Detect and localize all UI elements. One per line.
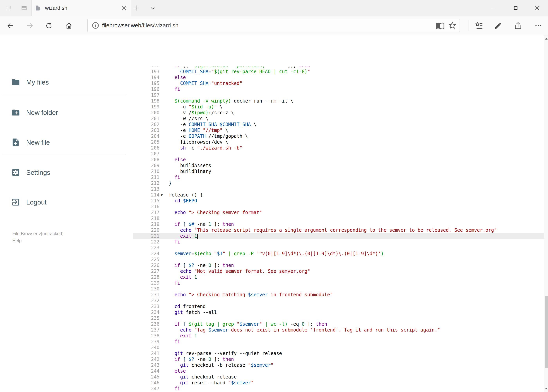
code-line-247[interactable]: 247 fi: [133, 386, 544, 392]
back-button[interactable]: [4, 19, 17, 33]
code-line-217[interactable]: 217 echo "> Checking semver format": [133, 210, 544, 216]
page-scrollbar[interactable]: [544, 35, 548, 392]
tab-list-chevron-button[interactable]: [149, 5, 156, 12]
code-line-209[interactable]: 209 buildAssets: [133, 163, 544, 168]
fold-gutter: [160, 216, 169, 221]
code-line-228[interactable]: 228 exit 1: [133, 274, 544, 280]
code-line-195[interactable]: 195 COMMIT_SHA="untracked": [133, 80, 544, 86]
home-button[interactable]: [62, 19, 76, 33]
sidebar-item-logout[interactable]: Logout: [0, 193, 133, 211]
share-page-button[interactable]: [513, 21, 523, 30]
code-line-220[interactable]: 220 echo "This release script requires a…: [133, 227, 544, 233]
site-info-icon[interactable]: [91, 21, 99, 29]
web-note-pen-button[interactable]: [493, 21, 503, 30]
code-line-197[interactable]: 197: [133, 92, 544, 98]
code-line-236[interactable]: 236 if [ $(git tag | grep "$semver" | wc…: [133, 321, 544, 327]
line-number: 197: [133, 92, 160, 98]
code-line-198[interactable]: 198 $(command -v winpty) docker run --rm…: [133, 98, 544, 104]
scroll-down-arrow[interactable]: [544, 385, 548, 392]
code-line-205[interactable]: 205 filebrowser/dev \: [133, 139, 544, 145]
code-line-229[interactable]: 229 fi: [133, 280, 544, 286]
code-line-196[interactable]: 196 fi: [133, 86, 544, 92]
code-line-216[interactable]: 216: [133, 204, 544, 210]
code-line-202[interactable]: 202 -e COMMIT_SHA=$COMMIT_SHA \: [133, 121, 544, 127]
more-menu-button[interactable]: [534, 21, 543, 30]
line-number: 247: [133, 386, 160, 392]
code-line-234[interactable]: 234 git fetch --all: [133, 309, 544, 315]
code-line-224[interactable]: 224 semver=$(echo "$1" | grep -P '^v(0|[…: [133, 251, 544, 257]
code-line-238[interactable]: 238 exit 1: [133, 333, 544, 339]
code-line-208[interactable]: 208 else: [133, 157, 544, 163]
code-line-241[interactable]: 241 git rev-parse --verify --quiet relea…: [133, 350, 544, 356]
code-line-204[interactable]: 204 -e GOPATH=//tmp/gopath \: [133, 133, 544, 139]
code-text: $(command -v winpty) docker run --rm -it…: [169, 98, 293, 104]
reading-view-button[interactable]: [436, 21, 445, 30]
fold-gutter: [160, 292, 169, 298]
code-line-192[interactable]: 192 if [[ "$(git status --porcelain)" ==…: [133, 67, 544, 69]
code-line-244[interactable]: 244 else: [133, 368, 544, 374]
sidebar-item-my-files[interactable]: My files: [0, 73, 133, 91]
code-line-200[interactable]: 200 -v /$(pwd):/src:z \: [133, 110, 544, 116]
fold-gutter: [160, 327, 169, 333]
code-line-223[interactable]: 223: [133, 245, 544, 251]
address-bar[interactable]: filebrowser.web/files/wizard.sh: [87, 19, 460, 32]
close-window-button[interactable]: [527, 0, 548, 16]
help-link[interactable]: Help: [12, 237, 64, 244]
set-tabs-aside-button[interactable]: [3, 2, 15, 14]
code-line-194[interactable]: 194 else: [133, 75, 544, 80]
minimize-button[interactable]: [483, 0, 505, 16]
code-line-201[interactable]: 201 -w //src \: [133, 116, 544, 121]
favorites-hub-button[interactable]: [474, 21, 484, 30]
code-line-222[interactable]: 222 fi: [133, 239, 544, 245]
code-line-214[interactable]: 214▾release () {: [133, 192, 544, 198]
code-line-243[interactable]: 243 git checkout -b release "$semver": [133, 362, 544, 368]
line-number: 232: [133, 298, 160, 304]
code-line-207[interactable]: 207: [133, 151, 544, 157]
code-line-199[interactable]: 199 -u "$(id -u)" \: [133, 104, 544, 110]
code-line-226[interactable]: 226 if [ $? -ne 0 ]; then: [133, 262, 544, 268]
code-line-211[interactable]: 211 fi: [133, 174, 544, 180]
code-line-232[interactable]: 232: [133, 298, 544, 304]
code-line-193[interactable]: 193 COMMIT_SHA="$(git rev-parse HEAD | c…: [133, 69, 544, 75]
code-line-203[interactable]: 203 -e HOME="//tmp" \: [133, 127, 544, 133]
maximize-button[interactable]: [505, 0, 527, 16]
sidebar-item-settings[interactable]: Settings: [0, 164, 133, 181]
line-number: 220: [133, 227, 160, 233]
line-number: 196: [133, 86, 160, 92]
url-text[interactable]: filebrowser.web/files/wizard.sh: [102, 22, 433, 29]
code-line-235[interactable]: 235: [133, 315, 544, 321]
code-line-242[interactable]: 242 if [ $? -ne 0 ]; then: [133, 356, 544, 362]
code-line-206[interactable]: 206 sh -c "./wizard.sh -b": [133, 145, 544, 151]
tab-preview-button[interactable]: [18, 2, 30, 14]
code-line-225[interactable]: 225: [133, 257, 544, 262]
code-line-213[interactable]: 213: [133, 186, 544, 192]
favorite-star-button[interactable]: [448, 21, 457, 30]
tab-wizard-sh[interactable]: wizard.sh: [32, 0, 131, 16]
line-number: 244: [133, 368, 160, 374]
code-line-227[interactable]: 227 echo "Not valid semver format. See s…: [133, 268, 544, 274]
refresh-button[interactable]: [42, 19, 56, 33]
code-line-246[interactable]: 246 git reset --hard "$semver": [133, 380, 544, 386]
code-editor[interactable]: 192 if [[ "$(git status --porcelain)" ==…: [133, 67, 544, 392]
code-line-231[interactable]: 231 echo "> Checking matching $semver in…: [133, 292, 544, 298]
code-line-219[interactable]: 219 if [ $# -ne 1 ]; then: [133, 221, 544, 227]
scrollbar-thumb[interactable]: [545, 296, 548, 368]
code-line-210[interactable]: 210 buildBinary: [133, 168, 544, 174]
code-line-230[interactable]: 230: [133, 286, 544, 292]
tab-close-button[interactable]: [121, 5, 128, 12]
code-line-239[interactable]: 239 fi: [133, 339, 544, 345]
code-line-240[interactable]: 240: [133, 345, 544, 350]
sidebar-item-new-folder[interactable]: New folder: [0, 104, 133, 121]
fold-arrow-icon[interactable]: ▾: [160, 192, 169, 198]
forward-button[interactable]: [23, 19, 37, 33]
code-line-218[interactable]: 218: [133, 216, 544, 221]
code-line-215[interactable]: 215 cd $REPO: [133, 198, 544, 204]
code-line-221[interactable]: 221 exit 1: [133, 233, 544, 239]
code-line-237[interactable]: 237 echo "Tag $semver does not exist in …: [133, 327, 544, 333]
code-line-245[interactable]: 245 git checkout release: [133, 374, 544, 380]
code-line-212[interactable]: 212}: [133, 180, 544, 186]
code-line-233[interactable]: 233 cd frontend: [133, 304, 544, 309]
new-tab-button[interactable]: [132, 4, 140, 12]
sidebar-item-new-file[interactable]: New file: [0, 133, 133, 151]
scroll-up-arrow[interactable]: [544, 35, 548, 42]
